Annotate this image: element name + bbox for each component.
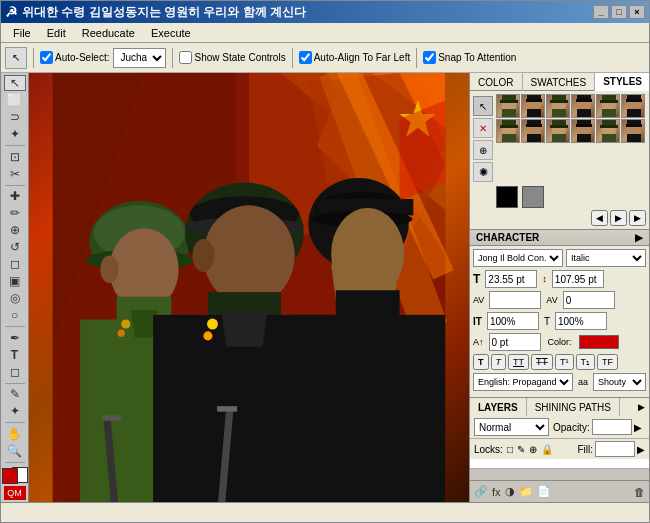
lock-position-btn[interactable]: ⊕ [529, 444, 537, 455]
style-thumb-8[interactable] [521, 119, 545, 143]
style-thumb-2[interactable] [521, 94, 545, 118]
foreground-swatch[interactable] [496, 186, 518, 208]
tool-history[interactable]: ↺ [4, 239, 26, 255]
layers-list[interactable] [470, 459, 649, 468]
tool-text[interactable]: T [4, 347, 26, 363]
auto-select-dropdown[interactable]: Jucha [113, 48, 166, 68]
style-magnify-tool[interactable]: ⊕ [473, 140, 493, 160]
menu-file[interactable]: File [5, 25, 39, 41]
minimize-button[interactable]: _ [593, 5, 609, 19]
antialias-select[interactable]: Shouty [593, 373, 646, 391]
font-family-select[interactable]: Jong Il Bold Con... [473, 249, 563, 267]
style-thumb-5[interactable] [596, 94, 620, 118]
superscript-btn[interactable]: T¹ [555, 354, 574, 370]
style-thumb-3[interactable] [546, 94, 570, 118]
new-group-btn[interactable]: 📁 [519, 485, 533, 498]
tool-clone[interactable]: ⊕ [4, 222, 26, 238]
tab-color[interactable]: COLOR [470, 73, 523, 91]
tool-hand[interactable]: ✋ [4, 426, 26, 442]
auto-align-checkbox[interactable] [299, 51, 312, 64]
leading-input[interactable] [552, 270, 604, 288]
tool-eyedropper[interactable]: ✦ [4, 403, 26, 419]
menu-reeducate[interactable]: Reeducate [74, 25, 143, 41]
add-style-btn[interactable]: fx [492, 486, 501, 498]
tool-heal[interactable]: ✚ [4, 188, 26, 204]
style-thumb-10[interactable] [571, 119, 595, 143]
language-select[interactable]: English: Propaganda [473, 373, 573, 391]
lock-transparent-btn[interactable]: □ [507, 444, 513, 455]
lock-all-btn[interactable]: 🔒 [541, 444, 553, 455]
style-thumb-6[interactable] [621, 94, 645, 118]
horiz-scale-input[interactable] [555, 312, 607, 330]
layers-options-btn[interactable]: ▶ [620, 398, 649, 416]
tool-blur[interactable]: ◎ [4, 290, 26, 306]
subscript-btn[interactable]: T₁ [576, 354, 596, 370]
font-style-select[interactable]: Italic [566, 249, 646, 267]
fill-input[interactable] [595, 441, 635, 457]
lock-pixels-btn[interactable]: ✎ [517, 444, 525, 455]
tool-select-rect[interactable]: ⬜ [4, 92, 26, 108]
style-thumb-9[interactable] [546, 119, 570, 143]
panel-menu-btn[interactable]: ▶ [629, 210, 646, 226]
blend-mode-select[interactable]: Normal [474, 418, 549, 436]
fill-arrow[interactable]: ▶ [637, 444, 645, 455]
strikethrough-btn[interactable]: T̶T̶ [531, 354, 553, 370]
tool-notes[interactable]: ✎ [4, 386, 26, 402]
tab-swatches[interactable]: SWATCHES [523, 73, 596, 91]
tool-lasso[interactable]: ⊃ [4, 109, 26, 125]
tool-zoom[interactable]: 🔍 [4, 443, 26, 459]
opacity-arrow[interactable]: ▶ [634, 422, 642, 433]
vert-scale-input[interactable] [487, 312, 539, 330]
scroll-bar-h[interactable] [470, 468, 649, 480]
background-swatch[interactable] [522, 186, 544, 208]
character-expand-icon[interactable]: ▶ [635, 232, 643, 243]
tool-dodge[interactable]: ○ [4, 307, 26, 323]
auto-select-checkbox[interactable] [40, 51, 53, 64]
close-button[interactable]: × [629, 5, 645, 19]
menu-edit[interactable]: Edit [39, 25, 74, 41]
style-thumb-12[interactable] [621, 119, 645, 143]
foreground-color-box[interactable] [2, 468, 18, 484]
style-thumb-7[interactable] [496, 119, 520, 143]
style-thumb-4[interactable] [571, 94, 595, 118]
style-arrow-tool[interactable]: ↖ [473, 96, 493, 116]
allcaps-btn[interactable]: TF [597, 354, 618, 370]
link-layers-btn[interactable]: 🔗 [474, 485, 488, 498]
tool-magic-wand[interactable]: ✦ [4, 126, 26, 142]
tool-pen[interactable]: ✒ [4, 330, 26, 346]
new-layer-btn[interactable]: 📄 [537, 485, 551, 498]
show-state-checkbox[interactable] [179, 51, 192, 64]
text-color-swatch[interactable] [579, 335, 619, 349]
bold-btn[interactable]: T [473, 354, 489, 370]
scroll-right-btn[interactable]: ▶ [610, 210, 627, 226]
baseline-input[interactable] [489, 333, 541, 351]
tool-slice[interactable]: ✂ [4, 166, 26, 182]
tool-shape[interactable]: ◻ [4, 364, 26, 380]
scroll-left-btn[interactable]: ◀ [591, 210, 608, 226]
tool-move[interactable]: ↖ [4, 75, 26, 91]
tool-crop[interactable]: ⊡ [4, 149, 26, 165]
canvas-area[interactable] [29, 73, 469, 502]
underline-btn[interactable]: TT [508, 354, 529, 370]
delete-layer-btn[interactable]: 🗑 [634, 486, 645, 498]
style-sun-tool[interactable]: ✺ [473, 162, 493, 182]
kerning-input[interactable] [563, 291, 615, 309]
style-thumb-1[interactable] [496, 94, 520, 118]
opacity-input[interactable] [592, 419, 632, 435]
font-size-input[interactable] [485, 270, 537, 288]
tool-eraser[interactable]: ◻ [4, 256, 26, 272]
menu-execute[interactable]: Execute [143, 25, 199, 41]
toolbar-arrow[interactable]: ↖ [5, 47, 27, 69]
maximize-button[interactable]: □ [611, 5, 627, 19]
add-mask-btn[interactable]: ◑ [505, 485, 515, 498]
snap-checkbox[interactable] [423, 51, 436, 64]
tab-layers[interactable]: LAYERS [470, 398, 527, 416]
style-cancel-tool[interactable]: ✕ [473, 118, 493, 138]
tool-brush[interactable]: ✏ [4, 205, 26, 221]
tab-styles[interactable]: STYLES [595, 73, 649, 91]
tab-shining-paths[interactable]: SHINING PATHS [527, 398, 620, 416]
tool-gradient[interactable]: ▣ [4, 273, 26, 289]
tracking-input[interactable] [489, 291, 541, 309]
style-thumb-11[interactable] [596, 119, 620, 143]
quick-mask-btn[interactable]: QM [4, 486, 26, 500]
